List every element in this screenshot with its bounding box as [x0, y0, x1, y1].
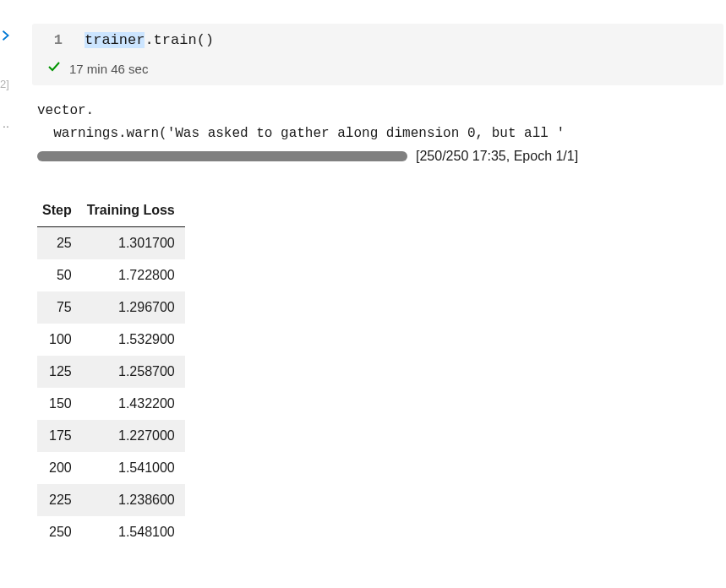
execution-status: 17 min 46 sec [32, 53, 723, 82]
check-icon [47, 60, 61, 77]
cell-loss: 1.432200 [77, 388, 185, 420]
cell-step: 25 [37, 227, 77, 260]
code-object: trainer [85, 32, 145, 48]
cell-step: 50 [37, 259, 77, 291]
table-row: 1751.227000 [37, 420, 185, 452]
cell-loss: 1.548100 [77, 516, 185, 548]
output-line: warnings.warn('Was asked to gather along… [37, 122, 718, 145]
table-row: 501.722800 [37, 259, 185, 291]
cell-loss: 1.532900 [77, 324, 185, 356]
col-loss-header: Training Loss [77, 196, 185, 227]
cell-loss: 1.296700 [77, 291, 185, 324]
table-row: 1501.432200 [37, 388, 185, 420]
progress-row: [250/250 17:35, Epoch 1/1] [37, 149, 718, 164]
cell-step: 125 [37, 356, 77, 388]
cell-loss: 1.301700 [77, 227, 185, 260]
table-row: 2501.548100 [37, 516, 185, 548]
line-number: 1 [47, 32, 85, 48]
code-cell[interactable]: 1 trainer.train() 17 min 46 sec [32, 24, 723, 85]
cell-loss: 1.722800 [77, 259, 185, 291]
cell-loss: 1.227000 [77, 420, 185, 452]
col-step-header: Step [37, 196, 77, 227]
expand-chevron-icon[interactable] [0, 30, 12, 44]
table-row: 751.296700 [37, 291, 185, 324]
cell-step: 250 [37, 516, 77, 548]
cell-step: 100 [37, 324, 77, 356]
cell-step: 200 [37, 452, 77, 484]
cell-loss: 1.541000 [77, 452, 185, 484]
table-row: 2251.238600 [37, 484, 185, 516]
cell-step: 75 [37, 291, 77, 324]
table-row: 251.301700 [37, 227, 185, 260]
progress-text: [250/250 17:35, Epoch 1/1] [416, 149, 578, 164]
table-row: 2001.541000 [37, 452, 185, 484]
cell-step: 225 [37, 484, 77, 516]
execution-time: 17 min 46 sec [69, 62, 148, 76]
output-area: vector. warnings.warn('Was asked to gath… [37, 100, 718, 548]
cell-loss: 1.238600 [77, 484, 185, 516]
cell-step: 175 [37, 420, 77, 452]
table-header-row: Step Training Loss [37, 196, 185, 227]
ellipsis-icon[interactable]: .. [3, 117, 9, 130]
code-line[interactable]: 1 trainer.train() [32, 27, 723, 53]
progress-bar [37, 151, 407, 161]
cell-execution-index: 2] [0, 78, 9, 90]
cell-loss: 1.258700 [77, 356, 185, 388]
output-line: vector. [37, 100, 718, 122]
table-row: 1001.532900 [37, 324, 185, 356]
training-loss-table: Step Training Loss 251.301700501.7228007… [37, 196, 185, 548]
table-row: 1251.258700 [37, 356, 185, 388]
gutter: 2] .. [0, 0, 19, 588]
code-method: .train() [145, 32, 214, 48]
cell-step: 150 [37, 388, 77, 420]
code-content: trainer.train() [85, 32, 214, 48]
